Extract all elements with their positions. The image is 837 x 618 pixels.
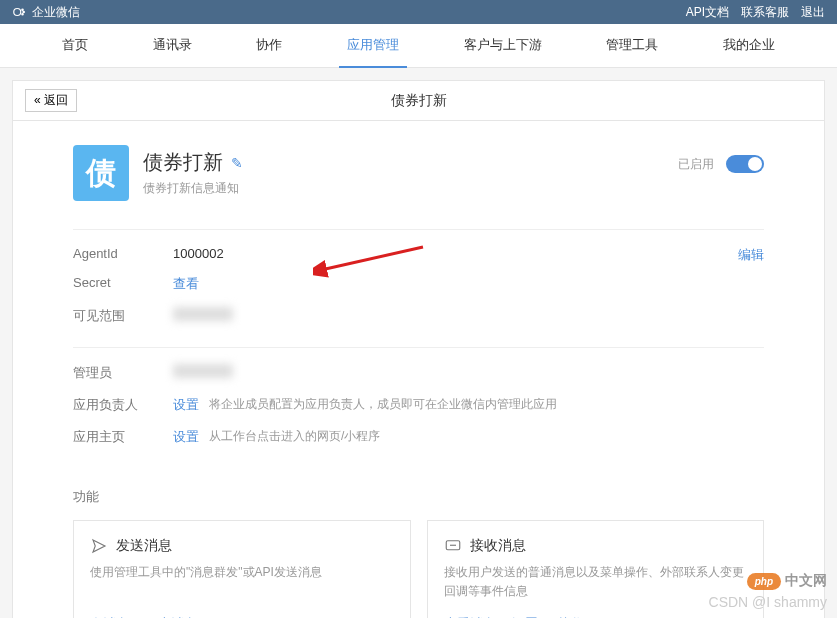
label-visibility: 可见范围 xyxy=(73,307,173,325)
homepage-set-link[interactable]: 设置 xyxy=(173,428,199,446)
php-badge: php xyxy=(747,573,781,590)
nav-collab[interactable]: 协作 xyxy=(248,24,290,68)
app-meta: 债券打新 ✎ 债券打新信息通知 xyxy=(143,145,243,201)
brand-text: 企业微信 xyxy=(32,4,80,21)
owner-set-link[interactable]: 设置 xyxy=(173,396,199,414)
secret-view-link[interactable]: 查看 xyxy=(173,275,199,293)
content: 债 债券打新 ✎ 债券打新信息通知 已启用 编辑 AgentId xyxy=(13,121,824,618)
label-agentid: AgentId xyxy=(73,246,173,261)
svg-point-3 xyxy=(22,14,23,15)
status-label: 已启用 xyxy=(678,156,714,173)
nav-customers[interactable]: 客户与上下游 xyxy=(456,24,550,68)
watermark-php: php 中文网 xyxy=(747,572,827,590)
page-header: « 返回 债券打新 xyxy=(13,81,824,121)
admin-section: 管理员 应用负责人 设置 将企业成员配置为应用负责人，成员即可在企业微信内管理此… xyxy=(73,347,764,468)
admin-value-blurred xyxy=(173,364,233,378)
info-section: 编辑 AgentId 1000002 Secret 查看 可见范围 xyxy=(73,229,764,347)
row-homepage: 应用主页 设置 从工作台点击进入的网页/小程序 xyxy=(73,428,764,446)
function-cards: 发送消息 使用管理工具中的"消息群发"或API发送消息 发消息 历史消息 接收消… xyxy=(73,520,764,618)
row-visibility: 可见范围 xyxy=(73,307,764,325)
nav-contacts[interactable]: 通讯录 xyxy=(145,24,200,68)
app-icon: 债 xyxy=(73,145,129,201)
card-send-title: 发送消息 xyxy=(116,537,172,555)
row-owner: 应用负责人 设置 将企业成员配置为应用负责人，成员即可在企业微信内管理此应用 xyxy=(73,396,764,414)
send-icon xyxy=(90,537,108,555)
value-agentid: 1000002 xyxy=(173,246,224,261)
label-owner: 应用负责人 xyxy=(73,396,173,414)
app-status: 已启用 xyxy=(678,145,764,173)
wework-logo-icon xyxy=(12,5,26,19)
nav-tools[interactable]: 管理工具 xyxy=(598,24,666,68)
php-text: 中文网 xyxy=(785,572,827,590)
row-secret: Secret 查看 xyxy=(73,275,764,293)
app-desc: 债券打新信息通知 xyxy=(143,180,243,197)
card-send: 发送消息 使用管理工具中的"消息群发"或API发送消息 发消息 历史消息 xyxy=(73,520,411,618)
app-info: 债 债券打新 ✎ 债券打新信息通知 xyxy=(73,145,243,201)
owner-desc: 将企业成员配置为应用负责人，成员即可在企业微信内管理此应用 xyxy=(209,396,557,414)
row-admin: 管理员 xyxy=(73,364,764,382)
nav-company[interactable]: 我的企业 xyxy=(715,24,783,68)
nav-apps[interactable]: 应用管理 xyxy=(339,24,407,68)
visibility-value-blurred xyxy=(173,307,233,321)
svg-point-1 xyxy=(22,9,23,10)
svg-point-2 xyxy=(23,11,24,12)
nav-home[interactable]: 首页 xyxy=(54,24,96,68)
card-receive-title: 接收消息 xyxy=(470,537,526,555)
edit-name-icon[interactable]: ✎ xyxy=(231,155,243,171)
main-nav: 首页 通讯录 协作 应用管理 客户与上下游 管理工具 我的企业 xyxy=(0,24,837,68)
enable-toggle[interactable] xyxy=(726,155,764,173)
watermark-csdn: CSDN @I shammy xyxy=(709,594,827,610)
app-name: 债券打新 xyxy=(143,149,223,176)
card-receive-desc: 接收用户发送的普通消息以及菜单操作、外部联系人变更回调等事件信息 xyxy=(444,563,748,601)
functions-title: 功能 xyxy=(73,488,764,506)
card-send-desc: 使用管理工具中的"消息群发"或API发送消息 xyxy=(90,563,394,601)
label-admin: 管理员 xyxy=(73,364,173,382)
page-title: 债券打新 xyxy=(391,92,447,110)
back-button[interactable]: « 返回 xyxy=(25,89,77,112)
receive-icon xyxy=(444,537,462,555)
svg-point-0 xyxy=(14,9,21,16)
app-header: 债 债券打新 ✎ 债券打新信息通知 已启用 xyxy=(73,145,764,201)
label-homepage: 应用主页 xyxy=(73,428,173,446)
topbar-link-api[interactable]: API文档 xyxy=(686,4,729,21)
topbar-link-support[interactable]: 联系客服 xyxy=(741,4,789,21)
label-secret: Secret xyxy=(73,275,173,293)
topbar-links: API文档 联系客服 退出 xyxy=(686,4,825,21)
topbar: 企业微信 API文档 联系客服 退出 xyxy=(0,0,837,24)
topbar-link-logout[interactable]: 退出 xyxy=(801,4,825,21)
homepage-desc: 从工作台点击进入的网页/小程序 xyxy=(209,428,380,446)
topbar-brand: 企业微信 xyxy=(12,4,80,21)
edit-button[interactable]: 编辑 xyxy=(738,246,764,264)
row-agentid: AgentId 1000002 xyxy=(73,246,764,261)
main-container: « 返回 债券打新 债 债券打新 ✎ 债券打新信息通知 已启用 xyxy=(12,80,825,618)
